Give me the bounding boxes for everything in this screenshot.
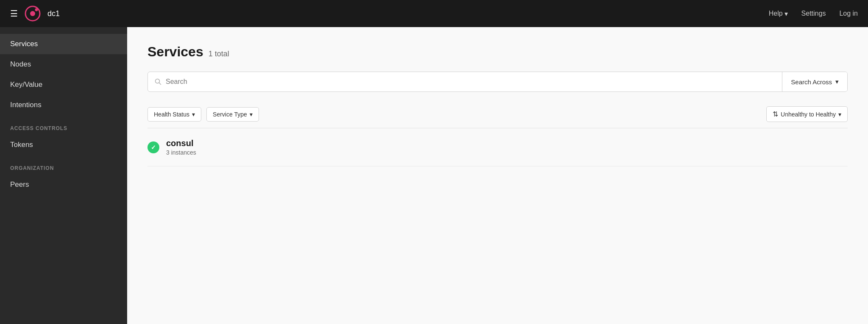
- health-status-filter[interactable]: Health Status ▾: [147, 107, 201, 122]
- search-across-label: Search Across: [791, 78, 832, 86]
- search-icon: [155, 78, 161, 85]
- search-across-button[interactable]: Search Across ▾: [782, 72, 847, 91]
- help-menu[interactable]: Help ▾: [769, 10, 788, 18]
- help-label: Help: [769, 10, 783, 17]
- sort-label: Unhealthy to Healthy: [781, 111, 836, 118]
- service-type-filter[interactable]: Service Type ▾: [206, 107, 259, 122]
- service-type-chevron-icon: ▾: [250, 111, 253, 118]
- search-bar: Search Across ▾: [147, 72, 848, 92]
- filter-row: Health Status ▾ Service Type ▾ ⇅ Unhealt…: [147, 100, 848, 128]
- sidebar-item-services[interactable]: Services: [0, 34, 127, 54]
- sidebar-item-services-label: Services: [10, 40, 38, 48]
- login-link[interactable]: Log in: [839, 10, 858, 17]
- sidebar-item-keyvalue[interactable]: Key/Value: [0, 75, 127, 95]
- consul-logo-svg: [25, 6, 41, 22]
- hamburger-icon[interactable]: ☰: [10, 8, 18, 19]
- health-status-chevron-icon: ▾: [192, 111, 195, 118]
- svg-point-1: [30, 11, 35, 16]
- help-chevron-icon: ▾: [785, 10, 788, 18]
- sidebar-item-peers-label: Peers: [10, 180, 29, 188]
- sidebar-item-nodes[interactable]: Nodes: [0, 54, 127, 75]
- svg-point-2: [35, 8, 38, 11]
- table-row[interactable]: ✓ consul 3 instances: [147, 128, 848, 166]
- page-total-count: 1 total: [209, 50, 229, 58]
- sort-button[interactable]: ⇅ Unhealthy to Healthy ▾: [766, 106, 848, 122]
- service-type-label: Service Type: [213, 111, 247, 118]
- access-controls-section-label: ACCESS CONTROLS: [0, 115, 127, 135]
- svg-line-4: [159, 83, 161, 85]
- sidebar-item-peers[interactable]: Peers: [0, 174, 127, 195]
- check-icon: ✓: [151, 144, 156, 151]
- service-instances: 3 instances: [166, 149, 196, 156]
- health-status-label: Health Status: [154, 111, 189, 118]
- main-content: Services 1 total Search Across ▾ Health …: [127, 27, 868, 324]
- sidebar: Services Nodes Key/Value Intentions ACCE…: [0, 27, 127, 324]
- search-input[interactable]: [166, 78, 775, 86]
- sidebar-item-nodes-label: Nodes: [10, 60, 31, 68]
- sidebar-item-intentions[interactable]: Intentions: [0, 95, 127, 115]
- consul-logo[interactable]: [25, 6, 41, 22]
- health-passing-icon: ✓: [147, 141, 159, 153]
- service-list: ✓ consul 3 instances: [147, 128, 848, 166]
- search-across-chevron-icon: ▾: [835, 78, 839, 86]
- settings-link[interactable]: Settings: [801, 10, 826, 17]
- page-title: Services: [147, 44, 203, 60]
- service-name: consul: [166, 138, 196, 148]
- datacenter-name: dc1: [47, 9, 60, 18]
- service-info: consul 3 instances: [166, 138, 196, 156]
- top-navigation: ☰ dc1 Help ▾ Settings Log in: [0, 0, 868, 27]
- sort-icon: ⇅: [773, 110, 778, 118]
- organization-section-label: ORGANIZATION: [0, 155, 127, 174]
- sidebar-item-keyvalue-label: Key/Value: [10, 80, 42, 89]
- page-title-row: Services 1 total: [147, 44, 848, 60]
- search-input-wrap: [148, 72, 782, 91]
- sidebar-item-tokens[interactable]: Tokens: [0, 135, 127, 155]
- app-layout: Services Nodes Key/Value Intentions ACCE…: [0, 27, 868, 324]
- sort-chevron-icon: ▾: [838, 111, 841, 118]
- sidebar-item-tokens-label: Tokens: [10, 141, 33, 149]
- sidebar-item-intentions-label: Intentions: [10, 101, 42, 109]
